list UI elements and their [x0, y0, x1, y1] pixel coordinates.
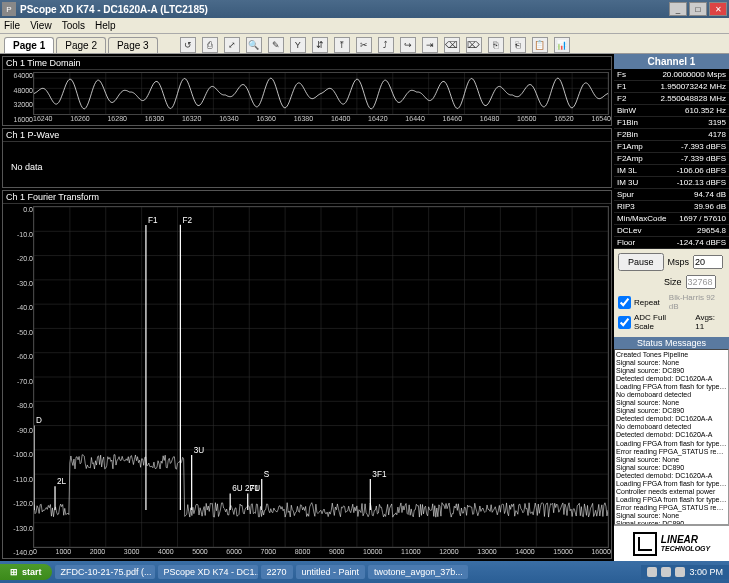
panel-time-domain: Ch 1 Time Domain 64000480003200016000 16…: [2, 56, 612, 126]
toolbar-btn-4[interactable]: ✎: [268, 37, 284, 53]
svg-text:2L: 2L: [57, 476, 66, 486]
toolbar-btn-6[interactable]: ⇵: [312, 37, 328, 53]
size-label: Size: [664, 277, 682, 287]
status-line: Error reading FPGA_STATUS register: [616, 448, 727, 456]
status-line: Controller needs external power: [616, 488, 727, 496]
status-line: Loading FPGA from flash for type 18: [616, 383, 727, 391]
controls-panel: Pause Msps Size Repeat Blk-Harris 92 dB …: [614, 249, 729, 337]
toolbar-btn-0[interactable]: ↺: [180, 37, 196, 53]
avgs-label: Avgs: 11: [695, 313, 725, 331]
svg-text:F1: F1: [148, 214, 158, 224]
menu-tools[interactable]: Tools: [62, 20, 85, 31]
toolbar-btn-8[interactable]: ✂: [356, 37, 372, 53]
status-header: Status Messages: [614, 337, 729, 349]
tray-icon[interactable]: [675, 567, 685, 577]
chart-column: Ch 1 Time Domain 64000480003200016000 16…: [0, 54, 614, 561]
panel-pwave: Ch 1 P-Wave No data: [2, 128, 612, 188]
minimize-button[interactable]: _: [669, 2, 687, 16]
taskbar: ⊞ start ZFDC-10-21-75.pdf (...PScope XD …: [0, 561, 729, 583]
toolbar-btn-3[interactable]: 🔍: [246, 37, 262, 53]
status-line: Error reading FPGA_STATUS register: [616, 504, 727, 512]
metric-row: Fs20.0000000 Msps: [614, 69, 729, 81]
metrics-table: Fs20.0000000 MspsF11.950073242 MHzF22.55…: [614, 69, 729, 249]
metric-row: BinW610.352 Hz: [614, 105, 729, 117]
toolbar-btn-11[interactable]: ⇥: [422, 37, 438, 53]
taskbar-item[interactable]: ZFDC-10-21-75.pdf (...: [55, 565, 155, 579]
main-area: Ch 1 Time Domain 64000480003200016000 16…: [0, 54, 729, 561]
metric-row: DCLev29654.8: [614, 225, 729, 237]
adcfs-label: ADC Full Scale: [634, 313, 686, 331]
metric-row: F1Bin3195: [614, 117, 729, 129]
plot-pwave-body[interactable]: No data: [3, 142, 611, 192]
logo-brand: LINEAR: [661, 535, 710, 545]
toolbar-btn-1[interactable]: ⎙: [202, 37, 218, 53]
status-line: Detected demobd: DC1620A-A: [616, 472, 727, 480]
size-input[interactable]: [686, 275, 716, 289]
taskbar-item[interactable]: untitled - Paint: [296, 565, 366, 579]
metric-row: Min/MaxCode1697 / 57610: [614, 213, 729, 225]
toolbar-btn-13[interactable]: ⌦: [466, 37, 482, 53]
status-messages[interactable]: Created Tones PipelineSignal source: Non…: [614, 349, 729, 525]
toolbar-btn-7[interactable]: ⤒: [334, 37, 350, 53]
status-line: Created Tones Pipeline: [616, 351, 727, 359]
start-button[interactable]: ⊞ start: [0, 564, 52, 580]
toolbar-btn-17[interactable]: 📊: [554, 37, 570, 53]
tab-page1[interactable]: Page 1: [4, 37, 54, 53]
status-line: No demoboard detected: [616, 423, 727, 431]
logo-sub: TECHNOLOGY: [661, 545, 710, 552]
panel-fft: Ch 1 Fourier Transform 0.0-10.0-20.0-30.…: [2, 190, 612, 559]
msps-label: Msps: [668, 257, 690, 267]
tab-page3[interactable]: Page 3: [108, 37, 158, 53]
toolbar-btn-5[interactable]: Y: [290, 37, 306, 53]
system-tray[interactable]: 3:00 PM: [641, 565, 729, 579]
metric-row: F2Bin4178: [614, 129, 729, 141]
toolbar-btn-15[interactable]: ⎗: [510, 37, 526, 53]
toolbar-btn-12[interactable]: ⌫: [444, 37, 460, 53]
svg-text:S: S: [264, 468, 270, 478]
status-line: Signal source: DC890: [616, 407, 727, 415]
window-titlebar: P PScope XD K74 - DC1620A-A (LTC2185) _ …: [0, 0, 729, 18]
status-line: Detected demobd: DC1620A-A: [616, 415, 727, 423]
pause-button[interactable]: Pause: [618, 253, 664, 271]
tray-icon[interactable]: [661, 567, 671, 577]
close-button[interactable]: ✕: [709, 2, 727, 16]
svg-text:F2: F2: [182, 214, 192, 224]
adcfs-checkbox[interactable]: [618, 316, 631, 329]
toolbar-btn-2[interactable]: ⤢: [224, 37, 240, 53]
tab-toolbar-row: Page 1 Page 2 Page 3 ↺⎙⤢🔍✎Y⇵⤒✂⤴↪⇥⌫⌦⎘⎗📋📊: [0, 34, 729, 54]
status-line: Loading FPGA from flash for type 18: [616, 440, 727, 448]
status-line: Signal source: DC890: [616, 367, 727, 375]
toolbar-btn-14[interactable]: ⎘: [488, 37, 504, 53]
tab-page2[interactable]: Page 2: [56, 37, 106, 53]
status-line: Signal source: DC890: [616, 464, 727, 472]
metric-row: IM 3L-106.06 dBFS: [614, 165, 729, 177]
panel-title-pwave: Ch 1 P-Wave: [3, 129, 611, 142]
status-line: Signal source: None: [616, 512, 727, 520]
panel-title-time: Ch 1 Time Domain: [3, 57, 611, 70]
status-line: No demoboard detected: [616, 391, 727, 399]
sidebar: Channel 1 Fs20.0000000 MspsF11.950073242…: [614, 54, 729, 561]
menu-view[interactable]: View: [30, 20, 52, 31]
clock[interactable]: 3:00 PM: [689, 567, 723, 577]
taskbar-item[interactable]: PScope XD K74 - DC1...: [158, 565, 258, 579]
status-line: Signal source: None: [616, 399, 727, 407]
repeat-checkbox[interactable]: [618, 296, 631, 309]
toolbar-btn-9[interactable]: ⤴: [378, 37, 394, 53]
taskbar-item[interactable]: twotone_avgon_37b...: [368, 565, 468, 579]
svg-text:7U: 7U: [250, 483, 260, 493]
plot-time-body[interactable]: 64000480003200016000 1624016260162801630…: [3, 70, 611, 125]
metric-row: F11.950073242 MHz: [614, 81, 729, 93]
msps-input[interactable]: [693, 255, 723, 269]
metric-row: Spur94.74 dB: [614, 189, 729, 201]
tray-icon[interactable]: [647, 567, 657, 577]
time-plot-svg: [34, 73, 608, 114]
window-type: Blk-Harris 92 dB: [669, 293, 725, 311]
toolbar-btn-16[interactable]: 📋: [532, 37, 548, 53]
maximize-button[interactable]: □: [689, 2, 707, 16]
plot-fft-body[interactable]: 0.0-10.0-20.0-30.0-40.0-50.0-60.0-70.0-8…: [3, 204, 611, 558]
menu-help[interactable]: Help: [95, 20, 116, 31]
menu-file[interactable]: File: [4, 20, 20, 31]
toolbar-btn-10[interactable]: ↪: [400, 37, 416, 53]
svg-text:3U: 3U: [194, 444, 204, 454]
taskbar-item[interactable]: 2270: [261, 565, 293, 579]
